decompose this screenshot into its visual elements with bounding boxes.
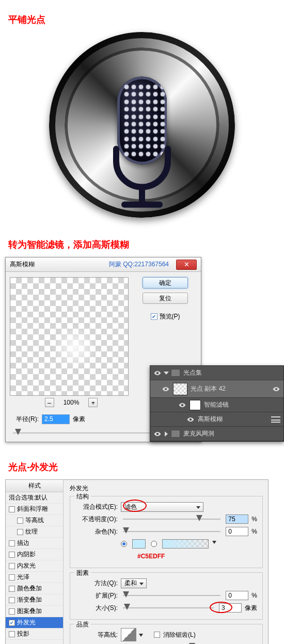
- elements-legend: 图素: [74, 569, 91, 577]
- style-checkbox[interactable]: [9, 631, 15, 637]
- layer-style-dialog: 样式 混合选项:默认 斜面和浮雕等高线纹理描边内阴影内发光光泽颜色叠加渐变叠加图…: [5, 479, 269, 644]
- style-label: 投影: [17, 630, 29, 638]
- gradient-radio[interactable]: [151, 541, 157, 547]
- spread-input[interactable]: 0: [226, 591, 248, 600]
- style-checkbox[interactable]: [9, 552, 15, 558]
- style-checkbox[interactable]: [9, 563, 15, 569]
- pct-label: %: [251, 528, 257, 535]
- style-checkbox[interactable]: [9, 608, 15, 615]
- size-slider[interactable]: [123, 603, 214, 613]
- visibility-icon[interactable]: [153, 430, 162, 438]
- noise-label: 杂色(N):: [75, 527, 118, 536]
- layers-panel: 光点集 光点 副本 42 智能滤镜 高斯模糊: [150, 365, 284, 442]
- style-label: 颜色叠加: [17, 584, 42, 593]
- visibility-icon[interactable]: [186, 415, 195, 424]
- style-checkbox[interactable]: [9, 506, 15, 512]
- blend-mode-label: 混合模式(E):: [75, 503, 118, 511]
- style-label: 纹理: [25, 527, 38, 536]
- zoom-out-button[interactable]: –: [45, 398, 54, 407]
- method-select[interactable]: 柔和: [121, 578, 147, 588]
- folder-icon: [171, 369, 180, 377]
- style-item-投影[interactable]: 投影: [6, 629, 63, 640]
- antialias-checkbox[interactable]: [154, 632, 160, 638]
- radius-label: 半径(R):: [16, 415, 39, 424]
- style-item-光泽[interactable]: 光泽: [6, 572, 63, 583]
- radius-input[interactable]: 2.5: [42, 414, 70, 424]
- zoom-in-button[interactable]: +: [88, 398, 98, 407]
- siri-icon: [49, 32, 235, 218]
- opacity-slider[interactable]: [123, 514, 220, 524]
- close-button[interactable]: ✕: [176, 260, 197, 270]
- style-checkbox[interactable]: [17, 529, 23, 535]
- style-item-颜色叠加[interactable]: 颜色叠加: [6, 583, 63, 594]
- color-hex-annotation: #C5EDFF: [137, 553, 165, 560]
- layer-group2-row[interactable]: 麦克风网洞: [150, 427, 283, 441]
- styles-header: 样式: [6, 480, 63, 492]
- structure-fieldset: 结构 混合模式(E): 滤色 不透明度(O): 75 % 杂色(N):: [70, 496, 263, 568]
- size-unit: 像素: [245, 604, 257, 613]
- author-watermark: 阿蒙 QQ:2217367564: [109, 260, 169, 269]
- preview-label: 预览(P): [160, 312, 180, 321]
- gradient-swatch[interactable]: [162, 539, 209, 549]
- style-checkbox[interactable]: [9, 540, 15, 546]
- filter-row[interactable]: 高斯模糊: [150, 412, 283, 427]
- smart-filters-row[interactable]: 智能滤镜: [150, 398, 283, 412]
- style-label: 内发光: [17, 561, 36, 570]
- style-item-内阴影[interactable]: 内阴影: [6, 549, 63, 560]
- preview-checkbox[interactable]: ✔: [151, 313, 157, 320]
- filter-mask-thumbnail: [190, 400, 201, 410]
- color-swatch[interactable]: [132, 539, 146, 549]
- ok-button[interactable]: 确定: [143, 277, 188, 288]
- color-radio[interactable]: [121, 541, 127, 547]
- noise-slider[interactable]: [123, 527, 220, 536]
- mic-stand: [106, 144, 178, 216]
- style-label: 渐变叠加: [17, 595, 42, 604]
- style-item-外发光[interactable]: ✔外发光: [6, 617, 63, 629]
- style-checkbox[interactable]: [17, 518, 23, 524]
- filter-blend-icon[interactable]: [271, 416, 280, 423]
- layer-name: 光点 副本 42: [191, 384, 226, 393]
- fx-visibility-icon[interactable]: [272, 385, 280, 393]
- layer-group-row[interactable]: 光点集: [150, 366, 283, 380]
- style-label: 描边: [17, 539, 29, 548]
- visibility-icon[interactable]: [178, 401, 186, 409]
- style-item-内发光[interactable]: 内发光: [6, 560, 63, 572]
- visibility-icon[interactable]: [162, 385, 170, 393]
- zoom-value: 100%: [64, 399, 80, 406]
- size-label: 大小(S):: [75, 604, 118, 613]
- section1-title: 平铺光点: [8, 13, 279, 26]
- blend-options-item[interactable]: 混合选项:默认: [6, 492, 63, 504]
- style-item-等高线[interactable]: 等高线: [6, 515, 63, 526]
- expand-icon[interactable]: [165, 431, 168, 437]
- size-input[interactable]: 3: [219, 603, 242, 613]
- styles-list: 样式 混合选项:默认 斜面和浮雕等高线纹理描边内阴影内发光光泽颜色叠加渐变叠加图…: [6, 480, 64, 644]
- style-item-斜面和浮雕[interactable]: 斜面和浮雕: [6, 504, 63, 515]
- style-item-描边[interactable]: 描边: [6, 538, 63, 549]
- spread-label: 扩展(P):: [75, 591, 118, 600]
- expand-icon[interactable]: [164, 372, 169, 375]
- style-checkbox[interactable]: [9, 597, 15, 603]
- layer-row[interactable]: 光点 副本 42: [150, 380, 283, 398]
- noise-input[interactable]: 0: [226, 527, 248, 536]
- style-item-渐变叠加[interactable]: 渐变叠加: [6, 594, 63, 606]
- opacity-input[interactable]: 75: [226, 514, 248, 524]
- layer-thumbnail: [173, 383, 187, 395]
- style-checkbox[interactable]: ✔: [9, 620, 15, 626]
- blend-mode-select[interactable]: 滤色: [121, 502, 203, 512]
- preview-area[interactable]: [10, 277, 129, 396]
- panel-title: 外发光: [70, 484, 263, 493]
- spread-slider[interactable]: [123, 591, 220, 600]
- visibility-icon[interactable]: [153, 369, 162, 377]
- group2-name: 麦克风网洞: [183, 429, 214, 438]
- reset-button[interactable]: 复位: [143, 293, 188, 304]
- style-item-图案叠加[interactable]: 图案叠加: [6, 606, 63, 617]
- style-item-纹理[interactable]: 纹理: [6, 526, 63, 538]
- filter-name: 高斯模糊: [198, 415, 223, 424]
- section2-title: 转为智能滤镜，添加高斯模糊: [8, 238, 279, 251]
- style-checkbox[interactable]: [9, 574, 15, 581]
- opacity-label: 不透明度(O):: [75, 515, 118, 524]
- style-label: 等高线: [25, 516, 44, 525]
- style-checkbox[interactable]: [9, 586, 15, 592]
- style-label: 斜面和浮雕: [17, 505, 48, 513]
- contour-picker[interactable]: [121, 628, 136, 641]
